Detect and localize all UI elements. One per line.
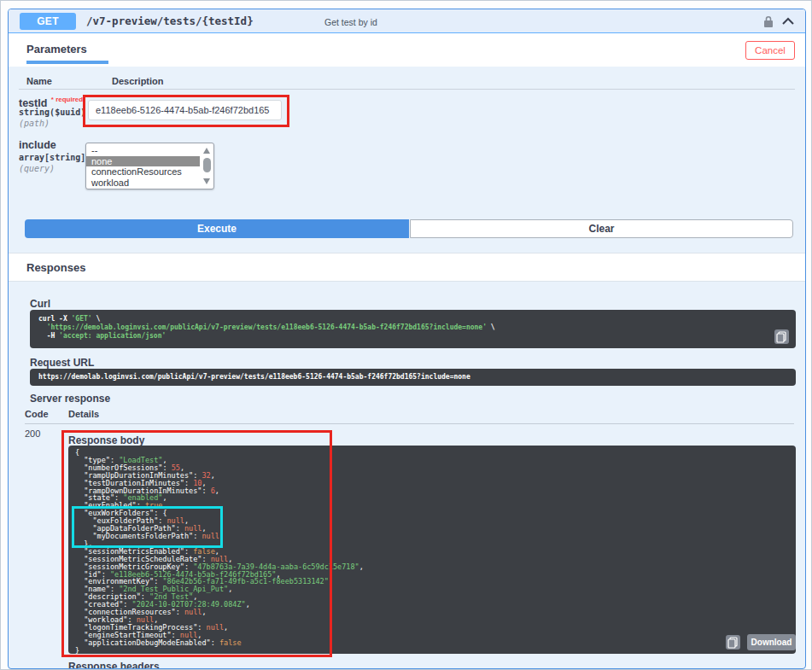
include-options: --noneconnectionResourcesworkloadthresho…	[86, 145, 200, 189]
parameters-header-row: Parameters Cancel	[9, 33, 805, 67]
collapse-chevron-icon[interactable]	[781, 16, 795, 26]
response-body-label: Response body	[68, 434, 144, 446]
http-method-badge[interactable]: GET	[20, 13, 76, 30]
endpoint-path[interactable]: /v7-preview/tests/{testId}	[86, 15, 254, 27]
responses-title: Responses	[26, 261, 85, 274]
operation-summary-bar[interactable]: GET /v7-preview/tests/{testId} Get test …	[9, 9, 805, 33]
column-header-description: Description	[112, 76, 164, 86]
code-column-header: Code	[25, 409, 49, 419]
table-header-divider	[19, 89, 795, 90]
response-table-divider	[25, 423, 794, 424]
scroll-up-icon[interactable]	[203, 148, 210, 154]
param-include-name: include	[19, 139, 56, 151]
cancel-button[interactable]: Cancel	[745, 41, 795, 60]
param-testid-location: (path)	[19, 119, 50, 128]
status-code: 200	[25, 428, 40, 439]
details-column-header: Details	[68, 409, 99, 419]
swagger-page: GET /v7-preview/tests/{testId} Get test …	[0, 0, 812, 670]
testid-value-input[interactable]	[88, 100, 282, 120]
listbox-scrollbar[interactable]	[201, 145, 212, 187]
request-url-label: Request URL	[30, 357, 94, 369]
curl-label: Curl	[30, 298, 50, 310]
include-option[interactable]: none	[86, 156, 200, 167]
download-button[interactable]: Download	[747, 634, 796, 650]
response-headers-label: Response headers	[68, 661, 160, 669]
param-testid-type: string($uuid)	[19, 108, 85, 117]
responses-section-header: Responses	[9, 253, 805, 282]
opblock-get: GET /v7-preview/tests/{testId} Get test …	[8, 9, 806, 669]
request-url-block: https://demolab.loginvsi.com/publicApi/v…	[30, 369, 796, 386]
column-header-name: Name	[26, 76, 52, 86]
required-marker: * required	[51, 96, 83, 103]
auth-lock-icon[interactable]	[762, 15, 774, 28]
include-listbox[interactable]: --noneconnectionResourcesworkloadthresho…	[85, 143, 214, 189]
tab-active-underline	[26, 61, 108, 64]
include-option[interactable]: connectionResources	[86, 166, 200, 178]
endpoint-summary: Get test by id	[324, 17, 377, 27]
execute-button[interactable]: Execute	[25, 219, 409, 238]
response-body-block: { "type": "LoadTest", "numberOfSessions"…	[68, 446, 796, 654]
clear-button[interactable]: Clear	[410, 219, 793, 238]
param-include-location: (query)	[19, 164, 55, 173]
param-include-type: array[string]	[19, 153, 85, 162]
copy-curl-button[interactable]	[774, 329, 789, 344]
scroll-thumb[interactable]	[203, 158, 211, 172]
curl-command-block: curl -X 'GET' \ 'https://demolab.loginvs…	[30, 310, 796, 348]
tab-parameters[interactable]: Parameters	[26, 43, 87, 55]
copy-response-button[interactable]	[726, 635, 740, 650]
curl-command-text: curl -X 'GET' \ 'https://demolab.loginvs…	[38, 315, 787, 341]
server-response-label: Server response	[30, 393, 110, 405]
include-option[interactable]: thresholds	[86, 188, 200, 189]
response-body-code: { "type": "LoadTest", "numberOfSessions"…	[75, 449, 789, 654]
scroll-down-icon[interactable]	[203, 178, 210, 184]
include-option[interactable]: --	[86, 145, 200, 156]
include-option[interactable]: workload	[86, 178, 200, 189]
